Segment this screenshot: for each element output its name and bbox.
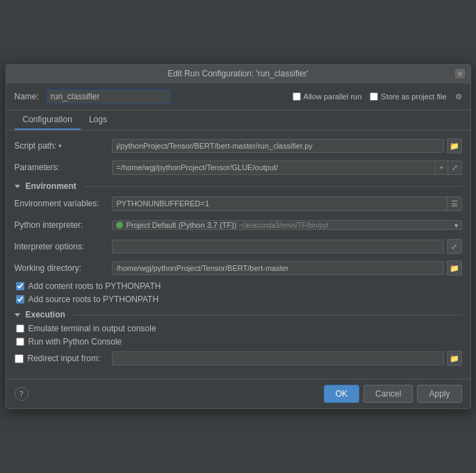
working-directory-row: Working directory: 📁 <box>15 260 462 276</box>
env-vars-browse-icon[interactable]: ☰ <box>447 197 461 210</box>
parameters-expand-icon[interactable]: ⤢ <box>448 161 461 174</box>
interpreter-options-field: ⤢ <box>112 239 462 254</box>
execution-expand-icon[interactable] <box>15 313 20 317</box>
script-path-input[interactable] <box>112 139 444 153</box>
environment-section-line <box>84 186 462 187</box>
env-vars-label: Environment variables: <box>15 199 112 208</box>
gear-icon[interactable]: ⚙ <box>455 92 462 101</box>
redirect-input-label[interactable]: Redirect input from: <box>28 354 101 363</box>
env-vars-field: PYTHONUNBUFFERED=1 ☰ <box>112 197 462 211</box>
tab-logs[interactable]: Logs <box>81 110 115 130</box>
parameters-field: =/home/wgj/pythonProject/Tensor/GLUE/out… <box>112 160 462 175</box>
interpreter-options-input[interactable] <box>112 240 444 254</box>
interpreter-name: Project Default (Python 3.7 (TF)) <box>126 221 237 229</box>
interpreter-field: Project Default (Python 3.7 (TF)) ~/anac… <box>112 220 462 230</box>
cancel-button[interactable]: Cancel <box>363 385 413 403</box>
environment-expand-icon[interactable] <box>15 185 20 188</box>
configuration-panel: Script path: ▾ 📁 Parameters: =/home/wgj/… <box>6 131 470 379</box>
store-project-label: Store as project file <box>381 92 446 101</box>
close-button[interactable]: ✕ <box>455 69 465 78</box>
allow-parallel-label: Allow parallel run <box>304 92 362 101</box>
add-source-roots-checkbox[interactable] <box>16 295 24 304</box>
parameters-add-icon[interactable]: + <box>436 161 447 174</box>
dialog-footer: ? OK Cancel Apply <box>6 379 470 408</box>
header-options: Allow parallel run Store as project file… <box>293 92 462 101</box>
footer-right: OK Cancel Apply <box>324 385 462 403</box>
help-button[interactable]: ? <box>15 387 28 401</box>
parameters-label: Parameters: <box>15 163 112 172</box>
script-path-dropdown-arrow[interactable]: ▾ <box>58 142 62 149</box>
environment-section-label: Environment <box>26 181 76 191</box>
add-content-roots-label[interactable]: Add content roots to PYTHONPATH <box>28 281 161 291</box>
add-content-roots-checkbox[interactable] <box>16 282 24 290</box>
parameters-text: =/home/wgj/pythonProject/Tensor/GLUE/out… <box>113 161 436 174</box>
script-path-browse-button[interactable]: 📁 <box>447 138 462 153</box>
store-project-option[interactable]: Store as project file <box>370 92 446 101</box>
working-directory-browse-button[interactable]: 📁 <box>447 260 462 276</box>
redirect-input-input[interactable] <box>112 351 444 365</box>
execution-section-line <box>73 315 462 315</box>
execution-section-label: Execution <box>26 310 65 320</box>
working-directory-field: 📁 <box>112 260 462 276</box>
edit-run-config-dialog: Edit Run Configuration: 'run_classifier'… <box>6 64 471 409</box>
dialog-title-text: Edit Run Configuration: 'run_classifier' <box>167 69 309 78</box>
emulate-terminal-label[interactable]: Emulate terminal in output console <box>28 324 156 333</box>
run-python-console-label[interactable]: Run with Python Console <box>28 337 122 347</box>
python-interpreter-label: Python interpreter: <box>15 220 112 230</box>
emulate-terminal-checkbox[interactable] <box>16 324 24 333</box>
interpreter-options-expand-button[interactable]: ⤢ <box>447 239 462 254</box>
environment-section-header: Environment <box>15 181 462 191</box>
apply-button[interactable]: Apply <box>417 385 461 403</box>
env-vars-row: Environment variables: PYTHONUNBUFFERED=… <box>15 195 462 212</box>
env-vars-text: PYTHONUNBUFFERED=1 <box>113 197 447 210</box>
add-source-roots-label[interactable]: Add source roots to PYTHONPATH <box>28 294 159 304</box>
allow-parallel-option[interactable]: Allow parallel run <box>293 92 362 101</box>
interpreter-dropdown-arrow[interactable]: ▾ <box>451 222 461 229</box>
tab-configuration[interactable]: Configuration <box>15 110 81 130</box>
footer-left: ? <box>15 387 28 401</box>
redirect-input-checkbox[interactable] <box>15 354 24 363</box>
add-content-roots-row: Add content roots to PYTHONPATH <box>15 281 462 291</box>
ok-button[interactable]: OK <box>324 385 359 403</box>
run-python-console-checkbox[interactable] <box>16 338 24 346</box>
redirect-input-browse-button[interactable]: 📁 <box>447 351 462 366</box>
name-input[interactable] <box>46 89 171 104</box>
redirect-input-field: 📁 <box>112 351 462 366</box>
parameters-row: Parameters: =/home/wgj/pythonProject/Ten… <box>15 159 462 176</box>
execution-section-header: Execution <box>15 310 462 320</box>
interpreter-text: Project Default (Python 3.7 (TF)) ~/anac… <box>126 221 451 229</box>
script-path-row: Script path: ▾ 📁 <box>15 138 462 154</box>
interpreter-options-label: Interpreter options: <box>15 242 112 251</box>
python-interpreter-row: Python interpreter: Project Default (Pyt… <box>15 217 462 233</box>
tabs-bar: Configuration Logs <box>6 110 470 131</box>
interpreter-path: ~/anaconda3/envs/TF/bin/pyt <box>239 222 329 229</box>
redirect-input-label-container: Redirect input from: <box>15 354 112 363</box>
working-directory-input[interactable] <box>112 261 444 275</box>
redirect-input-row: Redirect input from: 📁 <box>15 350 462 367</box>
working-directory-label: Working directory: <box>15 263 112 273</box>
script-path-field: 📁 <box>112 138 462 153</box>
emulate-terminal-row: Emulate terminal in output console <box>15 324 462 333</box>
dialog-header: Name: Allow parallel run Store as projec… <box>6 83 470 110</box>
name-label: Name: <box>15 92 39 101</box>
parameters-icons: + ⤢ <box>435 161 461 174</box>
run-python-console-row: Run with Python Console <box>15 337 462 347</box>
interpreter-options-row: Interpreter options: ⤢ <box>15 238 462 255</box>
add-source-roots-row: Add source roots to PYTHONPATH <box>15 294 462 304</box>
script-path-label: Script path: ▾ <box>15 141 112 151</box>
dialog-title-bar: Edit Run Configuration: 'run_classifier'… <box>6 65 470 83</box>
allow-parallel-checkbox[interactable] <box>293 92 301 101</box>
store-project-checkbox[interactable] <box>370 92 378 101</box>
interpreter-status-dot <box>116 222 123 229</box>
